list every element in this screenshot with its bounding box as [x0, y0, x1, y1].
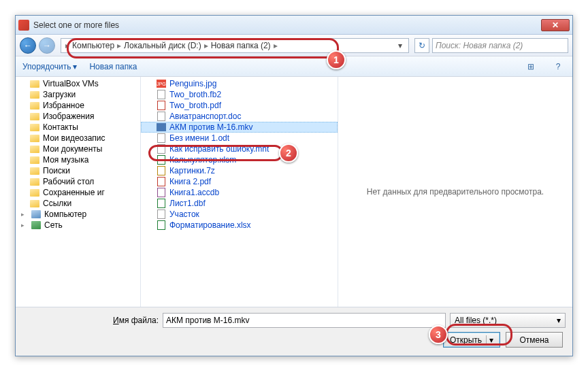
file-icon — [156, 90, 167, 99]
chevron-right-icon: ▸ — [116, 41, 122, 50]
file-name: Лист1.dbf — [169, 199, 206, 208]
refresh-button[interactable]: ↻ — [414, 38, 429, 53]
file-item[interactable]: JPGPenguins.jpg — [141, 78, 338, 89]
file-item[interactable]: Two_broth.pdf — [141, 100, 338, 111]
sidebar-item[interactable]: Контакты — [16, 122, 140, 133]
cancel-button[interactable]: Отмена — [506, 332, 563, 348]
view-mode-button[interactable]: ⊞ — [523, 60, 538, 73]
file-icon — [156, 177, 167, 186]
file-item[interactable]: Авиатранспорт.doc — [141, 111, 338, 122]
sidebar-item-label: Мои документы — [43, 144, 102, 154]
file-name: Авиатранспорт.doc — [169, 112, 241, 121]
filename-input[interactable] — [163, 313, 446, 328]
open-button[interactable]: Открыть ▾ — [443, 332, 500, 348]
file-item[interactable]: Книга 2.pdf — [141, 176, 338, 187]
sidebar-item-label: Ссылки — [43, 199, 71, 208]
file-name: Форматирование.xlsx — [169, 220, 251, 230]
back-button[interactable]: ← — [20, 37, 36, 54]
file-item[interactable]: АКМ против М-16.mkv — [141, 122, 338, 133]
sidebar-item[interactable]: Поиски — [16, 165, 140, 176]
app-icon — [18, 20, 29, 31]
sidebar-item-root[interactable]: ▸Сеть — [16, 220, 140, 231]
expand-icon[interactable]: ▸ — [21, 222, 28, 229]
folder-icon — [29, 177, 40, 186]
annotation-badge-2: 2 — [279, 144, 298, 163]
breadcrumb[interactable]: Локальный диск (D:) — [122, 41, 203, 50]
organize-button[interactable]: Упорядочить ▾ — [22, 62, 77, 71]
folder-icon — [29, 199, 40, 208]
sidebar-item[interactable]: VirtualBox VMs — [16, 78, 140, 89]
file-item[interactable]: Форматирование.xlsx — [141, 220, 338, 231]
file-item[interactable]: Как исправить ошибку.mht — [141, 144, 338, 154]
folder-icon — [29, 144, 40, 154]
folder-icon — [29, 166, 40, 175]
file-name: Книга 2.pdf — [169, 177, 211, 186]
folder-icon — [29, 122, 40, 132]
new-folder-button[interactable]: Новая папка — [89, 62, 137, 71]
preview-pane: Нет данных для предварительного просмотр… — [338, 77, 572, 307]
sidebar-item[interactable]: Рабочий стол — [16, 176, 140, 187]
file-icon — [156, 220, 167, 230]
file-name: Картинки.7z — [169, 166, 215, 175]
folder-icon — [29, 79, 40, 88]
sidebar-item-label: VirtualBox VMs — [43, 79, 99, 88]
file-icon — [156, 209, 167, 219]
file-icon — [156, 112, 167, 121]
sidebar-item[interactable]: Мои документы — [16, 144, 140, 154]
sidebar-item[interactable]: Мои видеозапис — [16, 133, 140, 144]
close-button[interactable]: ✕ — [541, 19, 570, 31]
footer: Имя файла: All files (*.*) ▾ Открыть ▾ О… — [16, 307, 572, 353]
sidebar-item-root[interactable]: ▸Компьютер — [16, 209, 140, 220]
window-title: Select one or more files — [33, 20, 541, 30]
help-button[interactable]: ? — [551, 60, 566, 73]
sidebar-item-label: Сохраненные иг — [43, 188, 105, 197]
file-name: Two_broth.pdf — [169, 101, 221, 110]
file-item[interactable]: Книга1.accdb — [141, 187, 338, 198]
sidebar-item[interactable]: Ссылки — [16, 198, 140, 209]
sidebar-item-label: Поиски — [43, 166, 70, 175]
breadcrumb[interactable]: Компьютер — [71, 41, 116, 50]
folder-icon — [29, 188, 40, 197]
sidebar-item-label: Мои видеозапис — [43, 133, 105, 143]
folder-icon — [29, 155, 40, 165]
file-name: Без имени 1.odt — [169, 133, 229, 143]
file-name: АКМ против М-16.mkv — [169, 122, 252, 132]
file-list: JPGPenguins.jpgTwo_broth.fb2Two_broth.pd… — [141, 77, 338, 307]
file-item[interactable]: Two_broth.fb2 — [141, 89, 338, 100]
navbar: ← → ▸ Компьютер ▸ Локальный диск (D:) ▸ … — [16, 35, 572, 56]
file-type-filter[interactable]: All files (*.*) ▾ — [450, 313, 566, 328]
annotation-badge-3: 3 — [429, 325, 448, 344]
sidebar-item[interactable]: Избранное — [16, 100, 140, 111]
file-item[interactable]: Участок — [141, 209, 338, 220]
file-icon — [156, 101, 167, 110]
toolbar: Упорядочить ▾ Новая папка ⊞ ? — [16, 56, 572, 77]
file-icon: JPG — [156, 79, 167, 88]
sidebar-item-label: Моя музыка — [43, 155, 88, 165]
titlebar: Select one or more files ✕ — [16, 16, 572, 35]
sidebar-item[interactable]: Сохраненные иг — [16, 187, 140, 198]
chevron-right-icon: ▸ — [64, 41, 71, 50]
sidebar-item[interactable]: Моя музыка — [16, 154, 140, 165]
file-item[interactable]: Лист1.dbf — [141, 198, 338, 209]
search-input[interactable]: Поиск: Новая папка (2) — [432, 38, 568, 53]
chevron-down-icon: ▾ — [73, 62, 77, 71]
forward-button[interactable]: → — [39, 37, 55, 54]
sidebar-item[interactable]: Изображения — [16, 111, 140, 122]
file-item[interactable]: Картинки.7z — [141, 165, 338, 176]
breadcrumb[interactable]: Новая папка (2) — [210, 41, 272, 50]
address-dropdown-icon[interactable]: ▾ — [395, 41, 406, 50]
expand-icon[interactable]: ▸ — [21, 211, 28, 218]
file-name: Penguins.jpg — [169, 79, 216, 88]
file-item[interactable]: Без имени 1.odt — [141, 133, 338, 144]
chevron-down-icon: ▾ — [486, 335, 493, 345]
address-bar[interactable]: ▸ Компьютер ▸ Локальный диск (D:) ▸ Нова… — [61, 38, 409, 53]
sidebar-item-label: Контакты — [43, 122, 78, 132]
file-name: Книга1.accdb — [169, 188, 219, 197]
file-item[interactable]: Калькулятор.xlsm — [141, 154, 338, 165]
sidebar-item[interactable]: Загрузки — [16, 89, 140, 100]
folder-icon — [29, 101, 40, 110]
file-icon — [156, 166, 167, 175]
chevron-right-icon: ▸ — [272, 41, 279, 50]
file-name: Участок — [169, 209, 199, 219]
filename-label: Имя файла: — [22, 316, 159, 325]
